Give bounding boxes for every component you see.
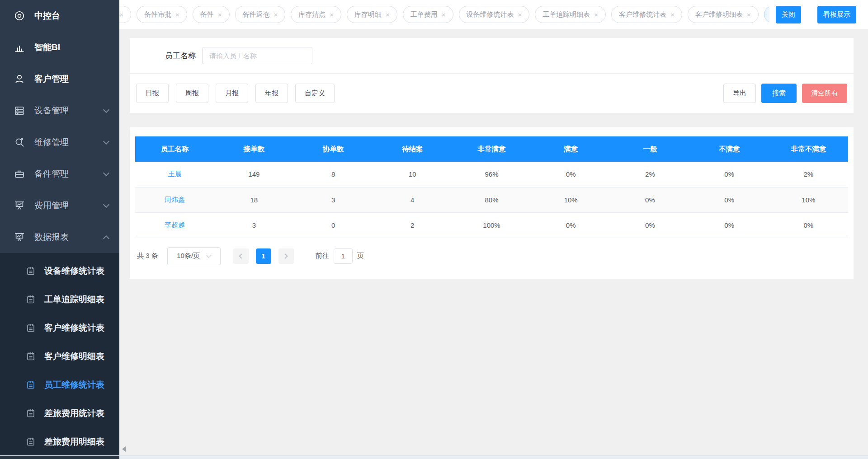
table-cell: 0% (690, 162, 769, 187)
chevron-down-icon (103, 138, 109, 144)
sidebar-subitem[interactable]: 员工维修统计表 (0, 370, 119, 399)
tab[interactable]: 设备维修统计表× (459, 6, 530, 23)
tab-close-icon[interactable]: × (670, 11, 675, 18)
employee-repair-table: 员工名称接单数协单数待结案非常满意满意一般不满意非常不满意 王晨14981096… (135, 136, 848, 238)
tab-label: 设备维修统计表 (467, 10, 514, 19)
employee-link[interactable]: 王晨 (135, 162, 214, 187)
tab-close-icon[interactable]: × (747, 11, 751, 18)
tab[interactable]: 工单追踪明细表× (535, 6, 606, 23)
employee-link[interactable]: 周炜鑫 (135, 187, 214, 212)
prev-page-button[interactable] (233, 248, 249, 264)
goto-page-input[interactable] (334, 248, 353, 264)
search-panel: 员工名称 日报周报月报年报自定义 导出 搜索 清空所有 (130, 38, 854, 113)
tab-label: 库存明细 (354, 10, 382, 19)
tab-close-icon[interactable]: × (330, 11, 334, 18)
tab-label: 客户维修统计表 (619, 10, 666, 19)
tab[interactable]: 库存清点× (291, 6, 341, 23)
table-cell: 18 (214, 187, 293, 212)
table-cell: 3 (214, 212, 293, 238)
tab-close-icon[interactable]: × (119, 11, 123, 18)
tab[interactable]: 库存明细× (347, 6, 397, 23)
sidebar-item-label: 数据报表 (34, 231, 104, 243)
sidebar-subitem[interactable]: 差旅费用明细表 (0, 427, 119, 456)
tab[interactable]: 客户维修明细表× (688, 6, 759, 23)
sidebar-item[interactable]: 中控台 (0, 0, 119, 32)
tab[interactable]: 备件审批× (137, 6, 187, 23)
goto-page: 前往 页 (316, 248, 364, 264)
tab-label: 客户维修明细表 (695, 10, 743, 19)
table-body: 王晨14981096%0%2%0%2%周炜鑫183480%10%0%0%10%李… (135, 162, 848, 238)
tab[interactable]: × (119, 6, 131, 23)
table-cell: 2 (373, 212, 452, 238)
sidebar-subitem[interactable]: 工单追踪明细表 (0, 285, 119, 314)
sidebar-subitem[interactable]: 差旅费用统计表 (0, 399, 119, 427)
goto-suffix: 页 (357, 252, 364, 260)
page-number-button[interactable]: 1 (256, 248, 271, 264)
sidebar-item[interactable]: 智能BI (0, 32, 119, 63)
filter-row: 日报周报月报年报自定义 导出 搜索 清空所有 (130, 74, 854, 113)
table-cell: 100% (452, 212, 531, 238)
board-display-button[interactable]: 看板展示 (817, 6, 856, 23)
employee-name-input[interactable] (202, 47, 312, 64)
tab-close-icon[interactable]: × (442, 11, 446, 18)
table-cell: 0% (690, 212, 769, 238)
console-icon (14, 10, 25, 22)
spare-icon (14, 168, 25, 180)
period-button[interactable]: 周报 (176, 84, 208, 103)
scroll-left-icon[interactable] (122, 446, 126, 452)
tab-close-icon[interactable]: × (175, 11, 179, 18)
tab[interactable]: 客户维修统计表× (611, 6, 682, 23)
bi-chart-icon (14, 42, 25, 53)
tab[interactable]: 员工维修统计表× (764, 6, 769, 23)
tab-close-icon[interactable]: × (274, 11, 278, 18)
table-cell: 149 (214, 162, 293, 187)
sidebar-subitem[interactable]: 设备维修统计表 (0, 257, 119, 285)
table-cell: 0 (293, 212, 373, 238)
sidebar-item-label: 客户管理 (34, 73, 108, 85)
tab[interactable]: 备件× (193, 6, 230, 23)
sidebar-item[interactable]: 设备管理 (0, 95, 119, 126)
tab-close-icon[interactable]: × (518, 11, 522, 18)
sidebar: 中控台智能BI客户管理设备管理维修管理备件管理费用管理数据报表设备维修统计表工单… (0, 0, 119, 459)
close-button[interactable]: 关闭 (776, 6, 801, 23)
period-button[interactable]: 自定义 (295, 84, 335, 103)
employee-link[interactable]: 李超越 (135, 212, 214, 238)
tab-label: 备件审批 (144, 10, 171, 19)
clear-all-button[interactable]: 清空所有 (802, 84, 847, 103)
page-size-select[interactable]: 10条/页 (167, 247, 221, 265)
table-cell: 0% (531, 212, 610, 238)
report-icon (14, 231, 25, 243)
table-cell: 2% (769, 162, 848, 187)
table-cell: 0% (610, 187, 689, 212)
period-button[interactable]: 月报 (216, 84, 248, 103)
period-button[interactable]: 年报 (255, 84, 288, 103)
table-row: 李超越302100%0%0%0%0% (135, 212, 848, 238)
sidebar-item[interactable]: 备件管理 (0, 158, 119, 190)
tab-label: 工单追踪明细表 (542, 10, 590, 19)
export-button[interactable]: 导出 (723, 84, 756, 103)
sidebar-subitem[interactable]: 客户维修统计表 (0, 314, 119, 342)
period-button[interactable]: 日报 (136, 84, 169, 103)
sheet-icon (25, 379, 36, 390)
next-page-button[interactable] (278, 248, 294, 264)
tab[interactable]: 备件返仓× (235, 6, 286, 23)
tab-close-icon[interactable]: × (594, 11, 598, 18)
tab-close-icon[interactable]: × (386, 11, 390, 18)
column-header: 协单数 (293, 136, 373, 162)
tab-close-icon[interactable]: × (218, 11, 222, 18)
table-cell: 10% (769, 187, 848, 212)
chevron-up-icon (103, 235, 109, 242)
search-button[interactable]: 搜索 (761, 84, 797, 103)
column-header: 非常不满意 (769, 136, 848, 162)
sidebar-item[interactable]: 维修管理 (0, 126, 119, 158)
sidebar-item[interactable]: 客户管理 (0, 63, 119, 95)
sidebar-item[interactable]: 数据报表 (0, 221, 119, 253)
sidebar-subitem[interactable]: 客户维修明细表 (0, 342, 119, 370)
sidebar-item[interactable]: 费用管理 (0, 190, 119, 221)
tab[interactable]: 工单费用× (403, 6, 453, 23)
sidebar-subitem-label: 工单追踪明细表 (44, 294, 104, 305)
chevron-down-icon (206, 253, 211, 258)
horizontal-scrollbar[interactable] (0, 455, 868, 459)
column-header: 非常满意 (452, 136, 531, 162)
sidebar-subitem-label: 设备维修统计表 (44, 265, 104, 277)
